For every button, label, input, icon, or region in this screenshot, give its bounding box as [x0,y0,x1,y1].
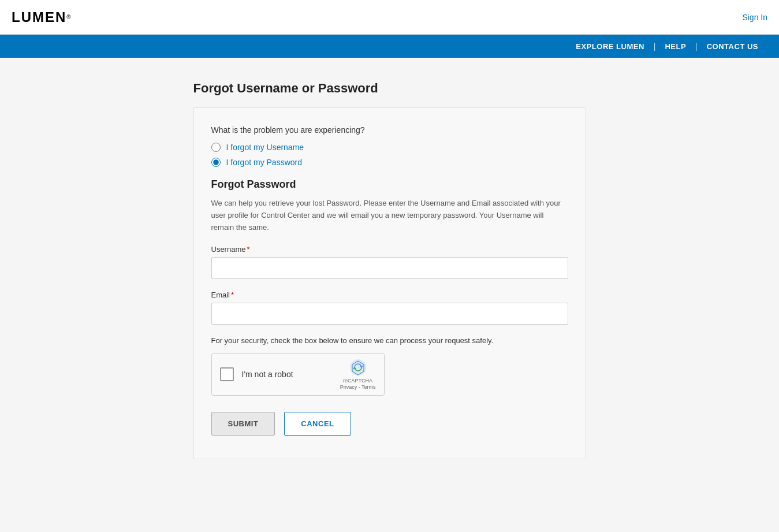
username-input[interactable] [211,257,568,279]
nav-help[interactable]: HELP [655,42,695,51]
recaptcha-checkbox[interactable] [220,367,234,381]
button-row: SUBMIT CANCEL [211,412,568,436]
email-label: Email* [211,291,568,299]
recaptcha-logo-area: reCAPTCHA Privacy - Terms [340,358,376,391]
nav-explore-lumen[interactable]: EXPLORE LUMEN [566,42,653,51]
page-container: Forgot Username or Password What is the … [193,81,586,459]
username-field-group: Username* [211,245,568,279]
radio-forgot-password[interactable] [211,158,221,167]
username-label: Username* [211,245,568,254]
nav-separator-1: | [654,42,656,51]
top-header: LUMEN® Sign In [0,0,779,35]
logo: LUMEN® [12,9,71,25]
nav-bar: EXPLORE LUMEN | HELP | CONTACT US [0,35,779,58]
radio-username-label[interactable]: I forgot my Username [226,143,304,152]
form-card: What is the problem you are experiencing… [193,107,586,459]
radio-forgot-username[interactable] [211,143,221,152]
page-title: Forgot Username or Password [193,81,586,96]
logo-text: LUMEN [12,9,66,25]
security-text: For your security, check the box below t… [211,336,568,345]
sign-in-link[interactable]: Sign In [742,13,767,22]
nav-separator-2: | [695,42,698,51]
section-title: Forgot Password [211,178,568,191]
recaptcha-label: I'm not a robot [242,370,332,379]
problem-question: What is the problem you are experiencing… [211,125,568,135]
logo-trademark: ® [66,14,70,20]
email-input[interactable] [211,303,568,325]
recaptcha-brand: reCAPTCHA Privacy - Terms [340,378,376,391]
cancel-button[interactable]: CANCEL [284,412,351,436]
section-description: We can help you retrieve your lost Passw… [211,198,568,233]
email-field-group: Email* [211,291,568,325]
username-required-star: * [247,245,249,254]
nav-contact-us[interactable]: CONTACT US [698,42,767,51]
email-required-star: * [231,291,234,299]
submit-button[interactable]: SUBMIT [211,412,275,436]
main-content: Forgot Username or Password What is the … [0,58,779,482]
recaptcha-box[interactable]: I'm not a robot reCAPTCHA Privacy - Term… [211,353,385,396]
recaptcha-icon [349,358,367,377]
radio-option-password: I forgot my Password [211,158,568,167]
radio-option-username: I forgot my Username [211,143,568,152]
radio-password-label[interactable]: I forgot my Password [226,158,303,167]
